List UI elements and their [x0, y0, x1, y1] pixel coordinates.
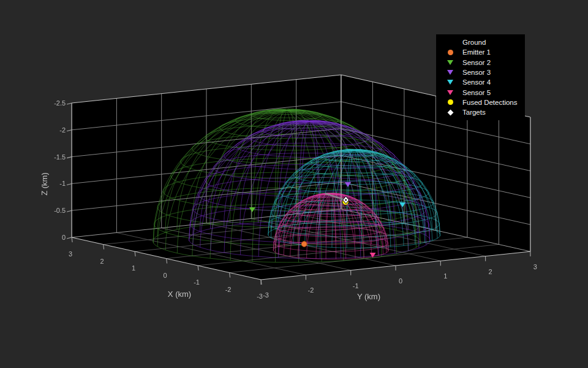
z-tick-label: -1.5	[54, 153, 66, 161]
triangle-down-glyph	[447, 60, 453, 65]
x-tick-label: 0	[164, 272, 167, 279]
legend-label: Sensor 5	[462, 89, 491, 96]
legend-label: Fused Detections	[462, 99, 518, 106]
legend-item-sensor-4[interactable]: Sensor 4	[443, 77, 521, 87]
z-tick-label: -2	[59, 126, 66, 134]
z-axis-label: Z (km)	[40, 172, 49, 196]
legend-item-sensor-3[interactable]: Sensor 3	[443, 67, 521, 77]
y-tick-label: 3	[533, 263, 537, 270]
diamond-glyph	[447, 109, 453, 115]
x-tick-label: 3	[69, 250, 72, 258]
x-axis-label: X (km)	[168, 289, 191, 299]
circle-marker-icon	[443, 99, 457, 105]
y-tick-label: -3	[263, 291, 269, 299]
y-tick-label: 2	[489, 268, 492, 275]
z-tick-label: 0	[62, 234, 66, 241]
y-tick-label: 1	[443, 272, 447, 280]
circle-glyph	[448, 50, 453, 55]
legend-item-sensor-2[interactable]: Sensor 2	[443, 58, 521, 67]
legend: GroundEmitter 1Sensor 2Sensor 3Sensor 4S…	[436, 34, 525, 120]
x-tick-label: -2	[225, 286, 232, 293]
legend-label: Sensor 4	[462, 79, 491, 86]
triangle-down-marker-icon	[443, 80, 457, 85]
diamond-marker-icon	[443, 110, 457, 115]
legend-label: Sensor 2	[462, 59, 491, 66]
y-tick-label: 0	[399, 277, 402, 285]
y-tick-label: -1	[353, 282, 359, 289]
y-axis-label: Y (km)	[357, 292, 380, 301]
legend-item-targets[interactable]: Targets	[443, 107, 521, 117]
x-tick-label: 1	[132, 264, 135, 272]
triangle-down-glyph	[447, 80, 453, 85]
legend-item-fused-detections[interactable]: Fused Detections	[443, 98, 521, 107]
triangle-down-glyph	[447, 90, 453, 95]
legend-item-emitter-1[interactable]: Emitter 1	[443, 47, 521, 57]
triangle-down-glyph	[447, 70, 453, 75]
z-tick-label: -1	[59, 180, 66, 187]
triangle-down-marker-icon	[443, 90, 457, 95]
legend-label: Targets	[462, 109, 486, 116]
circle-marker-icon	[443, 50, 457, 55]
legend-label: Emitter 1	[462, 48, 491, 56]
legend-item-sensor-5[interactable]: Sensor 5	[443, 87, 521, 97]
y-tick-label: -2	[308, 286, 314, 294]
z-tick-label: -2.5	[54, 99, 66, 107]
matlab-3d-figure: 3210-1-2-3-3-2-10123-2.5-2-1.5-1-0.50 X …	[0, 0, 588, 368]
triangle-down-marker-icon	[443, 70, 457, 75]
z-tick-label: -0.5	[54, 207, 66, 214]
x-tick-label: -1	[194, 278, 200, 286]
legend-item-ground[interactable]: Ground	[443, 37, 521, 47]
x-tick-label: 2	[100, 258, 104, 265]
legend-no-marker	[443, 40, 457, 45]
circle-glyph	[448, 99, 453, 105]
x-tick-label: -3	[257, 293, 263, 300]
none-glyph	[448, 40, 453, 45]
legend-label: Sensor 3	[462, 69, 491, 76]
legend-label: Ground	[462, 39, 486, 46]
triangle-down-marker-icon	[443, 60, 457, 65]
